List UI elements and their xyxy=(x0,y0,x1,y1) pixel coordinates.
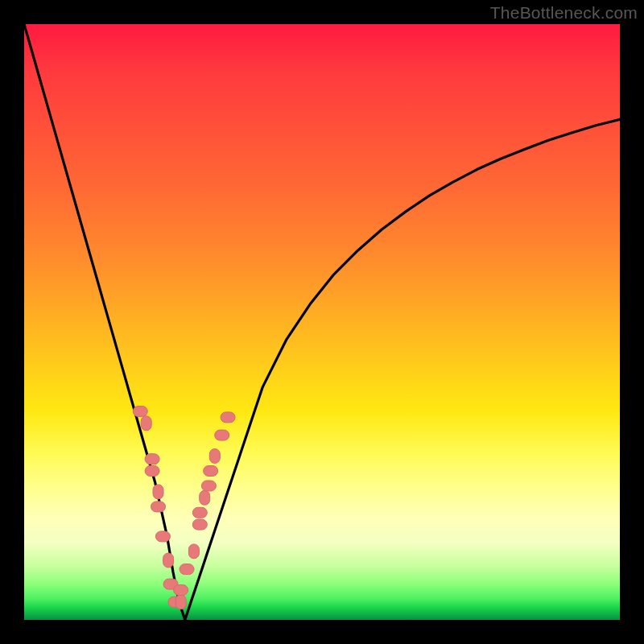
benchmark-point xyxy=(153,485,163,499)
bottleneck-curve xyxy=(24,24,620,620)
benchmark-point xyxy=(192,507,207,518)
benchmark-point xyxy=(192,519,207,530)
benchmark-point xyxy=(188,544,199,559)
benchmark-markers xyxy=(133,407,235,609)
benchmark-point xyxy=(141,416,151,431)
benchmark-point xyxy=(221,412,235,423)
chart-frame: TheBottleneck.com xyxy=(0,0,644,644)
benchmark-point xyxy=(163,553,174,568)
benchmark-point xyxy=(145,466,159,477)
watermark-text: TheBottleneck.com xyxy=(490,3,638,23)
benchmark-point xyxy=(209,449,220,464)
benchmark-point xyxy=(204,466,218,477)
benchmark-point xyxy=(175,595,186,609)
benchmark-point xyxy=(215,430,229,440)
benchmark-point xyxy=(145,454,159,464)
benchmark-point xyxy=(155,531,170,542)
chart-overlay-svg xyxy=(24,24,620,620)
benchmark-point xyxy=(151,502,166,512)
benchmark-point xyxy=(200,490,210,505)
benchmark-point xyxy=(201,481,216,491)
benchmark-point xyxy=(180,564,194,575)
benchmark-point xyxy=(133,407,147,417)
benchmark-point xyxy=(174,585,188,596)
